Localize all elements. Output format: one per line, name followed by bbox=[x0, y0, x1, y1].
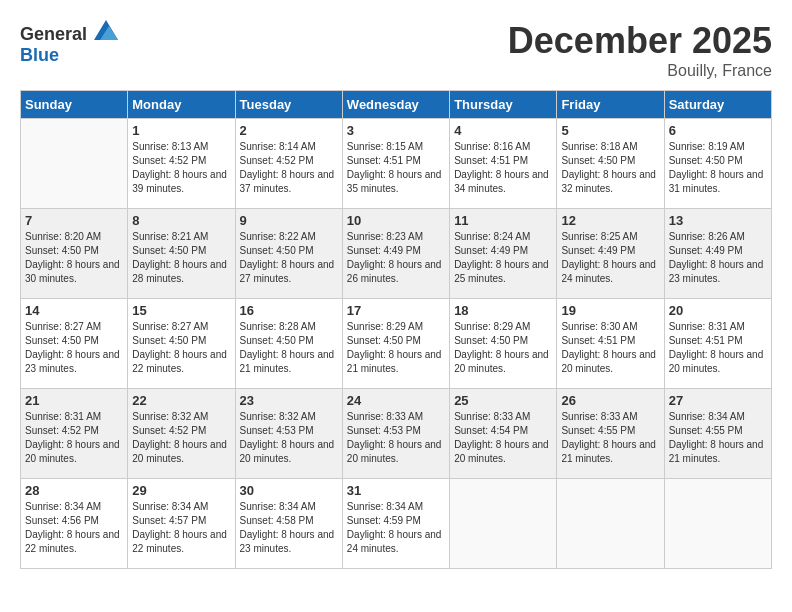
calendar-cell: 28Sunrise: 8:34 AMSunset: 4:56 PMDayligh… bbox=[21, 479, 128, 569]
day-number: 25 bbox=[454, 393, 552, 408]
calendar-week-row: 28Sunrise: 8:34 AMSunset: 4:56 PMDayligh… bbox=[21, 479, 772, 569]
day-number: 19 bbox=[561, 303, 659, 318]
day-info: Sunrise: 8:21 AMSunset: 4:50 PMDaylight:… bbox=[132, 230, 230, 286]
calendar-cell: 19Sunrise: 8:30 AMSunset: 4:51 PMDayligh… bbox=[557, 299, 664, 389]
logo-text: General Blue bbox=[20, 20, 118, 66]
day-info: Sunrise: 8:15 AMSunset: 4:51 PMDaylight:… bbox=[347, 140, 445, 196]
month-year-title: December 2025 bbox=[508, 20, 772, 62]
day-number: 2 bbox=[240, 123, 338, 138]
day-info: Sunrise: 8:31 AMSunset: 4:51 PMDaylight:… bbox=[669, 320, 767, 376]
day-number: 23 bbox=[240, 393, 338, 408]
calendar-cell: 1Sunrise: 8:13 AMSunset: 4:52 PMDaylight… bbox=[128, 119, 235, 209]
calendar-cell: 15Sunrise: 8:27 AMSunset: 4:50 PMDayligh… bbox=[128, 299, 235, 389]
day-info: Sunrise: 8:22 AMSunset: 4:50 PMDaylight:… bbox=[240, 230, 338, 286]
day-number: 8 bbox=[132, 213, 230, 228]
day-number: 31 bbox=[347, 483, 445, 498]
day-info: Sunrise: 8:29 AMSunset: 4:50 PMDaylight:… bbox=[454, 320, 552, 376]
calendar-header-sunday: Sunday bbox=[21, 91, 128, 119]
calendar-header-friday: Friday bbox=[557, 91, 664, 119]
day-info: Sunrise: 8:33 AMSunset: 4:55 PMDaylight:… bbox=[561, 410, 659, 466]
day-number: 28 bbox=[25, 483, 123, 498]
day-info: Sunrise: 8:34 AMSunset: 4:58 PMDaylight:… bbox=[240, 500, 338, 556]
day-info: Sunrise: 8:13 AMSunset: 4:52 PMDaylight:… bbox=[132, 140, 230, 196]
day-info: Sunrise: 8:25 AMSunset: 4:49 PMDaylight:… bbox=[561, 230, 659, 286]
day-number: 17 bbox=[347, 303, 445, 318]
day-info: Sunrise: 8:20 AMSunset: 4:50 PMDaylight:… bbox=[25, 230, 123, 286]
calendar-header-wednesday: Wednesday bbox=[342, 91, 449, 119]
day-number: 10 bbox=[347, 213, 445, 228]
day-info: Sunrise: 8:34 AMSunset: 4:55 PMDaylight:… bbox=[669, 410, 767, 466]
day-info: Sunrise: 8:34 AMSunset: 4:56 PMDaylight:… bbox=[25, 500, 123, 556]
calendar-cell bbox=[664, 479, 771, 569]
day-info: Sunrise: 8:24 AMSunset: 4:49 PMDaylight:… bbox=[454, 230, 552, 286]
logo-general: General bbox=[20, 24, 87, 44]
calendar-table: SundayMondayTuesdayWednesdayThursdayFrid… bbox=[20, 90, 772, 569]
calendar-cell: 4Sunrise: 8:16 AMSunset: 4:51 PMDaylight… bbox=[450, 119, 557, 209]
calendar-cell: 11Sunrise: 8:24 AMSunset: 4:49 PMDayligh… bbox=[450, 209, 557, 299]
calendar-cell: 18Sunrise: 8:29 AMSunset: 4:50 PMDayligh… bbox=[450, 299, 557, 389]
calendar-cell: 12Sunrise: 8:25 AMSunset: 4:49 PMDayligh… bbox=[557, 209, 664, 299]
calendar-cell bbox=[450, 479, 557, 569]
day-number: 5 bbox=[561, 123, 659, 138]
calendar-cell: 29Sunrise: 8:34 AMSunset: 4:57 PMDayligh… bbox=[128, 479, 235, 569]
day-info: Sunrise: 8:26 AMSunset: 4:49 PMDaylight:… bbox=[669, 230, 767, 286]
calendar-cell: 8Sunrise: 8:21 AMSunset: 4:50 PMDaylight… bbox=[128, 209, 235, 299]
calendar-cell: 30Sunrise: 8:34 AMSunset: 4:58 PMDayligh… bbox=[235, 479, 342, 569]
calendar-cell: 23Sunrise: 8:32 AMSunset: 4:53 PMDayligh… bbox=[235, 389, 342, 479]
title-block: December 2025 Bouilly, France bbox=[508, 20, 772, 80]
day-number: 3 bbox=[347, 123, 445, 138]
day-info: Sunrise: 8:18 AMSunset: 4:50 PMDaylight:… bbox=[561, 140, 659, 196]
calendar-cell: 26Sunrise: 8:33 AMSunset: 4:55 PMDayligh… bbox=[557, 389, 664, 479]
calendar-cell: 7Sunrise: 8:20 AMSunset: 4:50 PMDaylight… bbox=[21, 209, 128, 299]
day-number: 24 bbox=[347, 393, 445, 408]
calendar-cell: 16Sunrise: 8:28 AMSunset: 4:50 PMDayligh… bbox=[235, 299, 342, 389]
calendar-cell: 6Sunrise: 8:19 AMSunset: 4:50 PMDaylight… bbox=[664, 119, 771, 209]
calendar-cell: 5Sunrise: 8:18 AMSunset: 4:50 PMDaylight… bbox=[557, 119, 664, 209]
day-info: Sunrise: 8:27 AMSunset: 4:50 PMDaylight:… bbox=[25, 320, 123, 376]
calendar-cell: 2Sunrise: 8:14 AMSunset: 4:52 PMDaylight… bbox=[235, 119, 342, 209]
day-info: Sunrise: 8:33 AMSunset: 4:54 PMDaylight:… bbox=[454, 410, 552, 466]
day-info: Sunrise: 8:34 AMSunset: 4:57 PMDaylight:… bbox=[132, 500, 230, 556]
day-info: Sunrise: 8:31 AMSunset: 4:52 PMDaylight:… bbox=[25, 410, 123, 466]
calendar-week-row: 14Sunrise: 8:27 AMSunset: 4:50 PMDayligh… bbox=[21, 299, 772, 389]
day-number: 6 bbox=[669, 123, 767, 138]
day-number: 27 bbox=[669, 393, 767, 408]
day-number: 21 bbox=[25, 393, 123, 408]
logo: General Blue bbox=[20, 20, 118, 66]
calendar-cell bbox=[21, 119, 128, 209]
location-subtitle: Bouilly, France bbox=[508, 62, 772, 80]
day-info: Sunrise: 8:32 AMSunset: 4:52 PMDaylight:… bbox=[132, 410, 230, 466]
calendar-cell: 22Sunrise: 8:32 AMSunset: 4:52 PMDayligh… bbox=[128, 389, 235, 479]
day-info: Sunrise: 8:16 AMSunset: 4:51 PMDaylight:… bbox=[454, 140, 552, 196]
logo-icon bbox=[94, 20, 118, 40]
calendar-cell: 10Sunrise: 8:23 AMSunset: 4:49 PMDayligh… bbox=[342, 209, 449, 299]
calendar-cell: 20Sunrise: 8:31 AMSunset: 4:51 PMDayligh… bbox=[664, 299, 771, 389]
calendar-cell: 31Sunrise: 8:34 AMSunset: 4:59 PMDayligh… bbox=[342, 479, 449, 569]
calendar-week-row: 21Sunrise: 8:31 AMSunset: 4:52 PMDayligh… bbox=[21, 389, 772, 479]
calendar-cell: 27Sunrise: 8:34 AMSunset: 4:55 PMDayligh… bbox=[664, 389, 771, 479]
page-header: General Blue December 2025 Bouilly, Fran… bbox=[20, 20, 772, 80]
day-number: 9 bbox=[240, 213, 338, 228]
calendar-cell: 24Sunrise: 8:33 AMSunset: 4:53 PMDayligh… bbox=[342, 389, 449, 479]
day-number: 30 bbox=[240, 483, 338, 498]
day-number: 26 bbox=[561, 393, 659, 408]
day-info: Sunrise: 8:30 AMSunset: 4:51 PMDaylight:… bbox=[561, 320, 659, 376]
day-number: 22 bbox=[132, 393, 230, 408]
day-info: Sunrise: 8:27 AMSunset: 4:50 PMDaylight:… bbox=[132, 320, 230, 376]
calendar-header-tuesday: Tuesday bbox=[235, 91, 342, 119]
logo-blue: Blue bbox=[20, 45, 59, 65]
calendar-cell: 17Sunrise: 8:29 AMSunset: 4:50 PMDayligh… bbox=[342, 299, 449, 389]
day-info: Sunrise: 8:32 AMSunset: 4:53 PMDaylight:… bbox=[240, 410, 338, 466]
day-number: 16 bbox=[240, 303, 338, 318]
calendar-week-row: 1Sunrise: 8:13 AMSunset: 4:52 PMDaylight… bbox=[21, 119, 772, 209]
day-number: 14 bbox=[25, 303, 123, 318]
day-info: Sunrise: 8:34 AMSunset: 4:59 PMDaylight:… bbox=[347, 500, 445, 556]
day-info: Sunrise: 8:19 AMSunset: 4:50 PMDaylight:… bbox=[669, 140, 767, 196]
calendar-header-monday: Monday bbox=[128, 91, 235, 119]
day-number: 13 bbox=[669, 213, 767, 228]
day-info: Sunrise: 8:29 AMSunset: 4:50 PMDaylight:… bbox=[347, 320, 445, 376]
calendar-cell: 13Sunrise: 8:26 AMSunset: 4:49 PMDayligh… bbox=[664, 209, 771, 299]
day-info: Sunrise: 8:28 AMSunset: 4:50 PMDaylight:… bbox=[240, 320, 338, 376]
calendar-header-row: SundayMondayTuesdayWednesdayThursdayFrid… bbox=[21, 91, 772, 119]
day-number: 4 bbox=[454, 123, 552, 138]
